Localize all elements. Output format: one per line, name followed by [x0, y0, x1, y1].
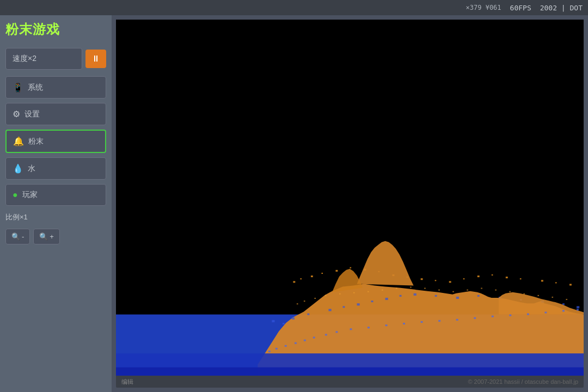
- svg-rect-25: [283, 323, 285, 324]
- svg-rect-66: [566, 299, 567, 300]
- svg-rect-48: [314, 298, 316, 299]
- svg-rect-54: [396, 288, 397, 289]
- player-icon: ●: [13, 190, 18, 200]
- zoom-out-button[interactable]: 🔍 -: [5, 229, 30, 244]
- svg-rect-83: [456, 319, 458, 321]
- svg-rect-53: [382, 290, 383, 291]
- system-label: 系统: [28, 83, 43, 93]
- scale-row: 比例×1: [5, 212, 106, 222]
- svg-rect-76: [335, 331, 338, 333]
- svg-rect-59: [467, 290, 468, 291]
- svg-rect-56: [424, 288, 426, 289]
- svg-rect-85: [492, 316, 494, 317]
- edit-label: 编辑: [121, 378, 133, 386]
- svg-rect-61: [495, 290, 497, 291]
- app-title: 粉末游戏: [5, 21, 106, 38]
- svg-rect-73: [304, 340, 306, 341]
- svg-rect-81: [421, 321, 423, 323]
- water-icon: 💧: [13, 163, 23, 174]
- pause-button[interactable]: ⏸: [85, 50, 106, 68]
- svg-rect-22: [555, 282, 557, 283]
- svg-rect-24: [272, 320, 274, 322]
- svg-rect-63: [523, 293, 525, 295]
- svg-rect-33: [400, 295, 402, 297]
- svg-rect-27: [307, 314, 309, 315]
- svg-rect-90: [577, 309, 579, 310]
- svg-rect-84: [474, 317, 476, 319]
- player-label: 玩家: [22, 190, 38, 200]
- svg-rect-6: [321, 273, 323, 274]
- svg-rect-69: [268, 351, 271, 352]
- settings-icon: ⚙: [13, 109, 20, 119]
- svg-rect-78: [367, 327, 370, 328]
- powder-icon: 🔔: [13, 136, 24, 146]
- svg-rect-29: [342, 306, 345, 308]
- svg-rect-51: [353, 292, 355, 293]
- svg-rect-37: [477, 295, 480, 297]
- svg-rect-52: [367, 291, 369, 292]
- svg-rect-28: [328, 309, 331, 311]
- svg-rect-79: [385, 324, 388, 326]
- speed-button[interactable]: 速度×2: [5, 48, 82, 70]
- svg-rect-88: [544, 311, 547, 313]
- svg-rect-19: [506, 277, 508, 278]
- svg-rect-64: [537, 295, 539, 296]
- scale-label: 比例×1: [5, 212, 106, 222]
- svg-rect-82: [438, 320, 440, 322]
- svg-rect-80: [403, 323, 405, 324]
- svg-rect-46: [297, 303, 298, 304]
- svg-rect-17: [477, 275, 480, 277]
- zoom-row: 🔍 - 🔍 +: [5, 229, 106, 244]
- svg-rect-72: [295, 342, 297, 344]
- main-area: 编辑 © 2007-2021 hassii / otascube dan-bal…: [112, 15, 588, 392]
- svg-rect-55: [410, 287, 412, 288]
- svg-rect-47: [304, 301, 305, 302]
- svg-rect-50: [339, 293, 341, 295]
- svg-rect-4: [300, 278, 302, 279]
- settings-button[interactable]: ⚙ 设置: [5, 103, 106, 125]
- simulation-canvas[interactable]: [116, 20, 584, 376]
- svg-rect-20: [520, 278, 522, 279]
- svg-rect-65: [552, 297, 553, 298]
- svg-rect-57: [438, 290, 440, 291]
- fps-display: 60FPS: [510, 4, 531, 12]
- svg-rect-14: [435, 280, 437, 281]
- coords-display: ×379 ¥061: [466, 4, 501, 11]
- svg-rect-31: [371, 301, 373, 302]
- zoom-in-label: +: [50, 232, 54, 241]
- svg-rect-18: [492, 274, 493, 275]
- settings-label: 设置: [24, 109, 40, 119]
- player-button[interactable]: ● 玩家: [5, 184, 106, 206]
- svg-rect-21: [541, 280, 543, 281]
- svg-rect-5: [311, 275, 313, 277]
- top-bar: ×379 ¥061 60FPS 2002 | DOT: [0, 0, 588, 15]
- svg-rect-16: [463, 278, 465, 279]
- svg-rect-49: [325, 295, 327, 296]
- zoom-in-icon: 🔍: [39, 232, 48, 241]
- svg-rect-70: [275, 348, 278, 350]
- svg-rect-60: [481, 288, 482, 289]
- svg-rect-36: [456, 297, 459, 299]
- water-button[interactable]: 💧 水: [5, 157, 106, 180]
- powder-button[interactable]: 🔔 粉末: [5, 130, 106, 153]
- svg-rect-26: [292, 317, 295, 320]
- svg-rect-74: [313, 336, 315, 338]
- svg-rect-77: [350, 328, 352, 330]
- svg-rect-34: [414, 293, 416, 296]
- svg-rect-8: [350, 267, 352, 268]
- system-button[interactable]: 📱 系统: [5, 76, 106, 99]
- svg-rect-87: [527, 314, 529, 315]
- svg-rect-7: [335, 270, 338, 272]
- water-label: 水: [28, 164, 35, 174]
- svg-rect-62: [509, 291, 511, 292]
- svg-rect-75: [325, 334, 327, 335]
- svg-rect-3: [293, 281, 295, 283]
- system-icon: 📱: [13, 82, 23, 93]
- svg-rect-32: [385, 298, 388, 300]
- bottom-bar: 编辑 © 2007-2021 hassii / otascube dan-bal…: [116, 376, 584, 388]
- svg-rect-68: [116, 367, 584, 376]
- powder-label: 粉末: [28, 137, 44, 146]
- zoom-in-button[interactable]: 🔍 +: [33, 229, 60, 244]
- svg-rect-42: [577, 306, 579, 308]
- svg-rect-71: [285, 345, 287, 347]
